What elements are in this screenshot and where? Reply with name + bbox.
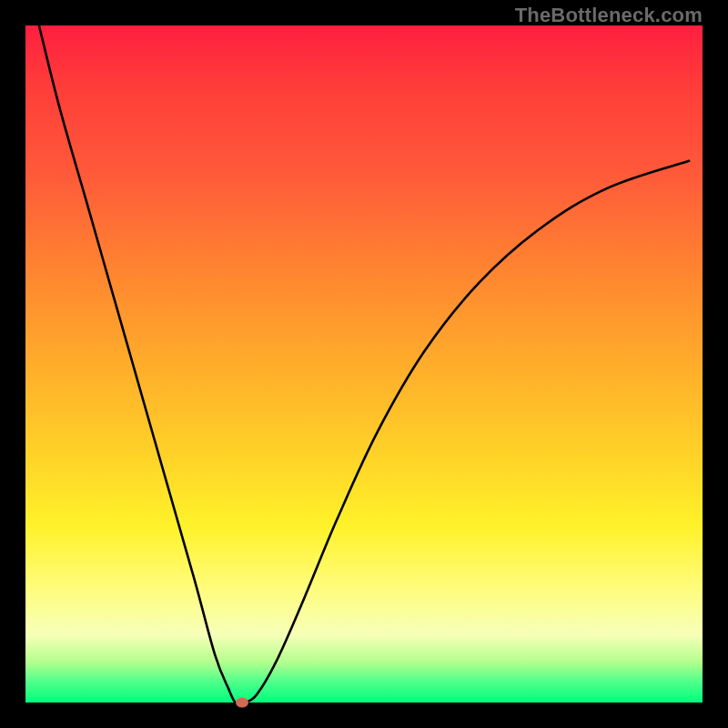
curve-svg <box>25 25 703 703</box>
minimum-marker <box>236 698 248 708</box>
bottleneck-curve-path <box>39 25 689 703</box>
chart-frame: TheBottleneck.com <box>0 0 728 728</box>
watermark-text: TheBottleneck.com <box>515 4 703 27</box>
plot-area <box>25 25 703 703</box>
